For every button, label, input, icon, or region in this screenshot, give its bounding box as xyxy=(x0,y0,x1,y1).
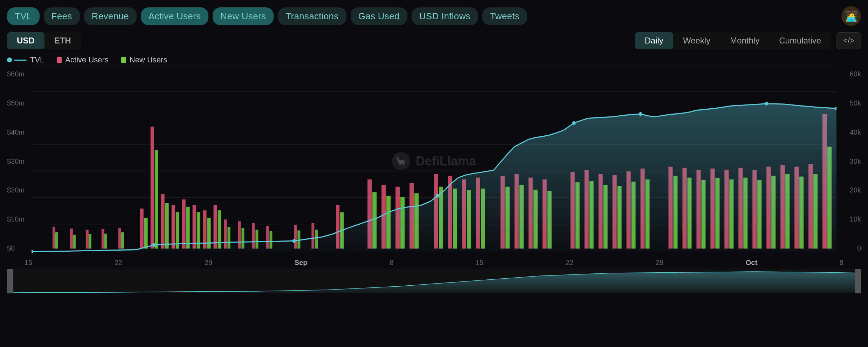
svg-rect-27 xyxy=(193,205,196,249)
svg-rect-31 xyxy=(214,205,217,249)
svg-rect-21 xyxy=(161,194,165,249)
svg-rect-13 xyxy=(102,229,104,249)
x-label-oct: Oct xyxy=(746,259,757,267)
y-right-50k: 50k xyxy=(836,99,861,107)
x-label-22: 22 xyxy=(115,259,122,267)
nav-revenue[interactable]: Revenue xyxy=(84,7,137,25)
svg-rect-9 xyxy=(70,229,73,249)
x-label-15: 15 xyxy=(25,259,32,267)
nav-active-users[interactable]: Active Users xyxy=(141,7,209,25)
embed-button[interactable]: </> xyxy=(836,32,861,49)
y-left-0: $0 xyxy=(7,244,32,252)
x-label-29: 29 xyxy=(205,259,212,267)
svg-rect-25 xyxy=(182,199,186,249)
x-label-15-oct: 15 xyxy=(476,259,483,267)
y-right-40k: 40k xyxy=(836,128,861,136)
y-axis-left: $0 $10m $20m $30m $40m $50m $60m xyxy=(7,67,32,256)
chart-svg xyxy=(32,67,836,256)
main-chart: $0 $10m $20m $30m $40m $50m $60m 0 10k 2… xyxy=(0,67,868,256)
minimap-container xyxy=(0,267,868,298)
svg-rect-15 xyxy=(118,228,121,249)
svg-rect-22 xyxy=(165,203,169,249)
y-right-20k: 20k xyxy=(836,186,861,194)
minimap-handle-right[interactable] xyxy=(855,269,861,293)
timeframe-monthly[interactable]: Monthly xyxy=(720,32,769,49)
chart-legend: TVL Active Users New Users xyxy=(0,52,868,67)
legend-active-users: Active Users xyxy=(57,55,108,64)
y-axis-right: 0 10k 20k 30k 40k 50k 60k xyxy=(836,67,861,256)
minimap-track[interactable] xyxy=(7,269,861,293)
timeframe-group: Daily Weekly Monthly Cumulative xyxy=(635,32,831,49)
nav-tweets[interactable]: Tweets xyxy=(482,7,527,25)
x-label-8-sep: 8 xyxy=(390,259,393,267)
x-label-8-oct: 8 xyxy=(840,259,843,267)
legend-new-users: New Users xyxy=(121,55,167,64)
x-label-29-oct: 29 xyxy=(656,259,663,267)
x-label-22-oct: 22 xyxy=(566,259,573,267)
nav-transactions[interactable]: Transactions xyxy=(278,7,346,25)
timeframe-cumulative[interactable]: Cumulative xyxy=(769,32,831,49)
y-right-10k: 10k xyxy=(836,215,861,223)
y-left-30m: $30m xyxy=(7,157,32,165)
legend-active-users-bar xyxy=(57,57,62,63)
timeframe-weekly[interactable]: Weekly xyxy=(673,32,720,49)
nav-new-users[interactable]: New Users xyxy=(213,7,274,25)
svg-point-109 xyxy=(292,239,296,243)
svg-rect-23 xyxy=(172,205,175,249)
y-right-30k: 30k xyxy=(836,157,861,165)
currency-group: USD ETH xyxy=(7,32,81,49)
legend-tvl-label: TVL xyxy=(30,55,44,64)
svg-point-113 xyxy=(765,102,768,106)
svg-point-107 xyxy=(32,250,33,253)
svg-rect-10 xyxy=(73,235,76,249)
svg-rect-12 xyxy=(89,234,91,249)
svg-rect-18 xyxy=(144,218,148,249)
y-right-0: 0 xyxy=(836,244,861,252)
legend-tvl-dot xyxy=(7,57,12,62)
svg-rect-7 xyxy=(53,227,55,249)
svg-rect-11 xyxy=(86,230,89,249)
top-navigation: TVL Fees Revenue Active Users New Users … xyxy=(0,0,868,29)
y-left-60m: $60m xyxy=(7,70,32,78)
y-right-60k: 60k xyxy=(836,70,861,78)
svg-rect-19 xyxy=(151,127,154,249)
x-axis: 15 22 29 Sep 8 15 22 29 Oct 8 xyxy=(0,256,868,267)
nav-gas-used[interactable]: Gas Used xyxy=(351,7,407,25)
currency-eth[interactable]: ETH xyxy=(44,32,81,49)
chart-svg-container: 🦙 DefiLlama xyxy=(32,67,836,256)
svg-rect-24 xyxy=(176,212,179,249)
x-label-sep: Sep xyxy=(295,259,308,267)
svg-point-110 xyxy=(436,194,439,197)
nav-tvl[interactable]: TVL xyxy=(7,7,40,25)
legend-tvl: TVL xyxy=(7,55,44,64)
minimap-handle-left[interactable] xyxy=(7,269,13,293)
legend-active-users-label: Active Users xyxy=(65,55,108,64)
legend-new-users-label: New Users xyxy=(130,55,167,64)
svg-point-112 xyxy=(639,112,642,116)
avatar[interactable]: 🧑‍💻 xyxy=(841,6,861,26)
y-left-10m: $10m xyxy=(7,215,32,223)
svg-point-108 xyxy=(152,243,156,247)
legend-tvl-line xyxy=(14,60,27,61)
chart-area: $0 $10m $20m $30m $40m $50m $60m 0 10k 2… xyxy=(7,67,861,256)
svg-rect-8 xyxy=(55,232,58,249)
minimap-svg xyxy=(7,269,861,293)
timeframe-daily[interactable]: Daily xyxy=(635,32,673,49)
nav-usd-inflows[interactable]: USD Inflows xyxy=(412,7,478,25)
y-left-50m: $50m xyxy=(7,99,32,107)
legend-new-users-bar xyxy=(121,57,126,63)
svg-point-111 xyxy=(572,121,576,125)
nav-fees[interactable]: Fees xyxy=(44,7,80,25)
svg-rect-16 xyxy=(121,232,124,249)
svg-rect-17 xyxy=(140,209,144,249)
sub-navigation: USD ETH Daily Weekly Monthly Cumulative … xyxy=(0,29,868,52)
y-left-40m: $40m xyxy=(7,128,32,136)
y-left-20m: $20m xyxy=(7,186,32,194)
svg-rect-20 xyxy=(155,150,158,249)
currency-usd[interactable]: USD xyxy=(7,32,44,49)
svg-rect-26 xyxy=(186,207,190,249)
svg-rect-14 xyxy=(104,234,107,249)
